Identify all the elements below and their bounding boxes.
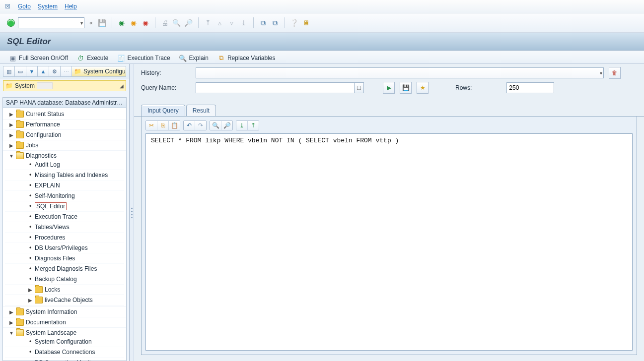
tree-leaf[interactable]: •Audit Log bbox=[5, 160, 124, 170]
find-next-icon[interactable]: 🔎 bbox=[184, 18, 193, 27]
cancel-icon[interactable]: ◉ bbox=[141, 18, 150, 27]
tree-branch[interactable]: ▶Current Status bbox=[3, 109, 126, 120]
command-field[interactable]: ▾ bbox=[18, 17, 84, 28]
tree-leaf[interactable]: •Procedures bbox=[5, 233, 124, 243]
redo-icon[interactable]: ↷ bbox=[195, 121, 206, 130]
page-up-icon[interactable]: ▵ bbox=[215, 18, 224, 27]
chevron-left-icon[interactable]: « bbox=[87, 19, 95, 26]
folder-icon bbox=[35, 286, 43, 293]
tree-leaf[interactable]: •Execution Trace bbox=[5, 212, 124, 222]
query-f4-button[interactable]: ☐ bbox=[355, 82, 364, 93]
tree-leaf[interactable]: •Database Connections bbox=[5, 347, 124, 358]
tree-leaf[interactable]: •Diagnosis Files bbox=[5, 253, 124, 264]
tree-leaf[interactable]: •DB Connection Monitor bbox=[5, 358, 124, 361]
page-down-icon[interactable]: ▿ bbox=[227, 18, 236, 27]
delete-history-button[interactable]: 🗑 bbox=[609, 67, 621, 79]
tree-leaf[interactable]: •DB Users/Privileges bbox=[5, 243, 124, 253]
tree-leaf[interactable]: •Merged Diagnosis Files bbox=[5, 264, 124, 274]
dropdown-icon[interactable]: ◢ bbox=[120, 83, 124, 89]
paste-icon[interactable]: 📋 bbox=[168, 121, 180, 130]
tree-leaf[interactable]: •Missing Tables and Indexes bbox=[5, 170, 124, 180]
expand-icon[interactable]: ▶ bbox=[28, 287, 33, 293]
exit-icon[interactable]: ◉ bbox=[129, 18, 138, 27]
execute-button[interactable]: ⏱ Execute bbox=[77, 55, 108, 62]
expand-icon[interactable]: ▶ bbox=[9, 309, 14, 315]
dropdown-icon[interactable]: ▾ bbox=[80, 20, 83, 26]
save-icon[interactable]: 💾 bbox=[98, 18, 107, 27]
rows-input[interactable] bbox=[506, 82, 554, 93]
tree-branch[interactable]: ▶Jobs bbox=[3, 140, 126, 151]
find-icon[interactable]: 🔍 bbox=[172, 18, 181, 27]
nav-config-button[interactable]: ⚙ bbox=[49, 66, 61, 77]
nav-up-button[interactable]: ▲ bbox=[37, 66, 49, 77]
tree-leaf-label: DB Users/Privileges bbox=[35, 244, 88, 251]
tree-branch[interactable]: ▶System Information bbox=[3, 307, 126, 317]
tree-leaf[interactable]: •SQL Editor bbox=[5, 201, 124, 212]
bullet-icon: • bbox=[28, 234, 33, 241]
tree-branch[interactable]: ▶Locks bbox=[5, 285, 124, 295]
menu-goto[interactable]: Goto bbox=[18, 3, 31, 10]
sql-editor[interactable]: SELECT * FROM likp WHERE vbeln NOT IN ( … bbox=[145, 133, 633, 351]
replace-variables-button[interactable]: ⧉ Replace Variables bbox=[217, 55, 276, 62]
editor-find-next-icon[interactable]: 🔎 bbox=[221, 121, 232, 130]
tree-leaf[interactable]: •Self-Monitoring bbox=[5, 191, 124, 201]
nav-more-button[interactable]: ⋯ bbox=[60, 66, 72, 77]
vertical-splitter[interactable] bbox=[130, 64, 134, 361]
shortcut-icon[interactable]: ⧉ bbox=[271, 18, 280, 27]
nav-collapse-button[interactable]: ▭ bbox=[14, 66, 26, 77]
tree-branch[interactable]: ▶Documentation bbox=[3, 317, 126, 328]
run-query-button[interactable]: ▶ bbox=[383, 82, 395, 94]
tree-branch[interactable]: ▼System Landscape•System Configuration•D… bbox=[3, 328, 126, 361]
enter-ok-icon[interactable] bbox=[7, 19, 15, 27]
new-session-icon[interactable]: ⧉ bbox=[259, 18, 268, 27]
nav-down-button[interactable]: ▼ bbox=[26, 66, 38, 77]
tree-leaf[interactable]: •System Configuration bbox=[5, 337, 124, 347]
system-selector[interactable]: 📁 System ◢ bbox=[3, 80, 126, 91]
help-f1-icon[interactable]: ❔ bbox=[290, 18, 299, 27]
print-icon[interactable]: 🖨 bbox=[160, 18, 169, 27]
last-page-icon[interactable]: ⤓ bbox=[239, 18, 248, 27]
expand-icon[interactable]: ▶ bbox=[9, 320, 14, 325]
cut-icon[interactable]: ✂ bbox=[146, 121, 157, 130]
history-dropdown[interactable]: ▾ bbox=[196, 67, 604, 78]
window-menu-icon[interactable]: ☒ bbox=[4, 3, 11, 10]
tree-branch[interactable]: ▼Diagnostics•Audit Log•Missing Tables an… bbox=[3, 151, 126, 307]
nav-breadcrumb[interactable]: 📁 System Configu ▸ bbox=[72, 66, 126, 77]
tree-branch[interactable]: ▶liveCache Objects bbox=[5, 295, 124, 305]
explain-button[interactable]: 🔍 Explain bbox=[179, 55, 209, 62]
first-page-icon[interactable]: ⤒ bbox=[204, 18, 213, 27]
expand-icon[interactable]: ▶ bbox=[9, 132, 14, 138]
expand-icon[interactable]: ▶ bbox=[9, 122, 14, 127]
collapse-icon[interactable]: ▼ bbox=[9, 153, 14, 159]
folder-icon bbox=[16, 142, 24, 149]
collapse-icon[interactable]: ▼ bbox=[9, 330, 14, 336]
tab-input-query[interactable]: Input Query bbox=[141, 105, 185, 116]
expand-icon[interactable]: ▶ bbox=[9, 143, 14, 148]
menu-system[interactable]: System bbox=[38, 3, 58, 10]
back-icon[interactable]: ◉ bbox=[117, 18, 126, 27]
export-icon[interactable]: ⤒ bbox=[247, 121, 259, 130]
editor-undo-group: ↶ ↷ bbox=[183, 120, 207, 130]
import-icon[interactable]: ⤓ bbox=[236, 121, 247, 130]
tree-leaf[interactable]: •Backup Catalog bbox=[5, 274, 124, 285]
fullscreen-toggle-button[interactable]: ▣ Full Screen On/Off bbox=[9, 55, 68, 62]
tree-branch[interactable]: ▶Configuration bbox=[3, 130, 126, 140]
fav-query-button[interactable]: ★ bbox=[417, 82, 429, 94]
toolbar-divider bbox=[285, 17, 285, 28]
copy-icon[interactable]: ⎘ bbox=[157, 121, 168, 130]
menu-help[interactable]: Help bbox=[65, 3, 77, 10]
save-query-button[interactable]: 💾 bbox=[400, 82, 412, 94]
undo-icon[interactable]: ↶ bbox=[184, 121, 195, 130]
nav-expand-button[interactable]: ▥ bbox=[3, 66, 15, 77]
tree-leaf[interactable]: •EXPLAIN bbox=[5, 180, 124, 191]
query-name-input[interactable] bbox=[196, 82, 355, 93]
tab-result[interactable]: Result bbox=[186, 105, 216, 116]
execution-trace-button[interactable]: 🧾 Execution Trace bbox=[118, 55, 170, 62]
local-layout-icon[interactable]: 🖥 bbox=[302, 18, 311, 27]
tree-leaf[interactable]: •Tables/Views bbox=[5, 222, 124, 233]
dropdown-icon[interactable]: ▾ bbox=[600, 70, 602, 76]
tree-branch[interactable]: ▶Performance bbox=[3, 120, 126, 130]
expand-icon[interactable]: ▶ bbox=[28, 298, 33, 303]
editor-find-icon[interactable]: 🔍 bbox=[210, 121, 221, 130]
expand-icon[interactable]: ▶ bbox=[9, 112, 14, 117]
